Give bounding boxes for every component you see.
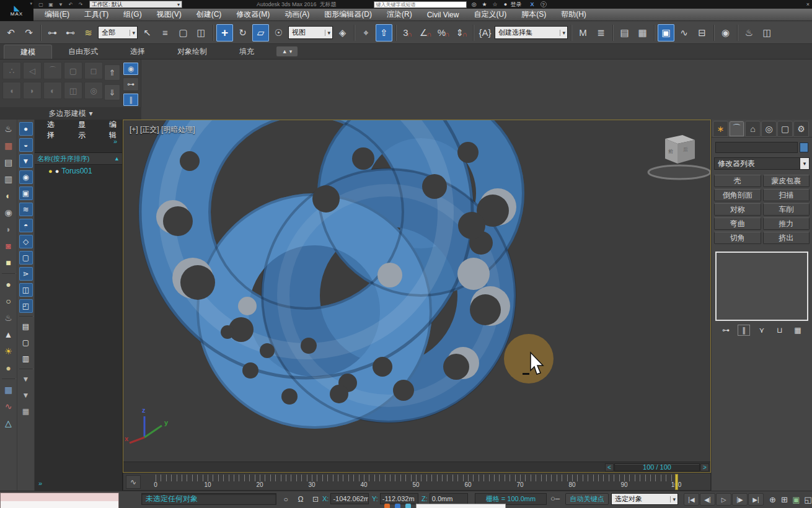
display-links-toggle[interactable]: ⋗ <box>19 267 33 281</box>
edit-named-selection-sets-icon[interactable]: {A} <box>477 24 493 42</box>
next-frame-button[interactable]: |▶ <box>732 493 748 506</box>
display-geometry-toggle[interactable]: ● <box>19 122 33 136</box>
scene-explorer-icon[interactable]: ▣ <box>658 24 674 42</box>
explorer-menu-display[interactable]: 显示 <box>71 124 93 136</box>
percent-snap-icon[interactable]: %∩ <box>435 24 452 42</box>
select-and-rotate-icon[interactable]: ↻ <box>234 24 251 42</box>
video-preview-icon[interactable]: ◙ <box>2 239 15 253</box>
display-cameras-toggle[interactable]: ◉ <box>19 170 33 184</box>
close-icon[interactable]: × <box>806 1 810 7</box>
create-tab-icon[interactable]: ∗ <box>713 121 728 137</box>
display-containers-toggle[interactable]: ◫ <box>19 283 33 297</box>
cream-sphere-icon[interactable]: ● <box>2 278 15 291</box>
select-and-scale-icon[interactable]: ▱ <box>252 24 269 42</box>
material-window-icon[interactable]: ▦ <box>2 139 15 152</box>
filter-icon[interactable]: ▼ <box>19 372 33 386</box>
window-controls[interactable]: × <box>806 1 810 7</box>
modifier-push-button[interactable]: 推力 <box>763 217 810 230</box>
mirror-icon[interactable]: M <box>575 24 591 42</box>
menu-civil-view[interactable]: Civil View <box>420 9 467 21</box>
modifier-symmetry-button[interactable]: 对称 <box>714 203 761 216</box>
rectangular-selection-region-icon[interactable]: ▢ <box>175 24 192 42</box>
selection-filter-dropdown[interactable]: 全部▾ <box>98 26 138 39</box>
play-button[interactable]: ▷ <box>716 493 731 506</box>
pin-stack-icon[interactable]: ⊶ <box>720 325 732 336</box>
display-frozen-toggle[interactable]: ▢ <box>19 251 33 265</box>
preview-toggle-icon[interactable]: ◉ <box>123 62 139 76</box>
border-mode-icon[interactable]: ⌒ <box>43 62 62 79</box>
select-and-link-icon[interactable]: ⊶ <box>44 24 61 42</box>
modifier-bevel-profile-button[interactable]: 倒角剖面 <box>714 189 761 201</box>
utilities-tab-icon[interactable]: ⚙ <box>793 121 809 137</box>
hierarchy-tab-icon[interactable]: ⌂ <box>745 121 761 137</box>
layer-manager-icon[interactable]: ▤ <box>616 24 633 42</box>
keyboard-shortcut-override-icon[interactable]: ⇧ <box>376 24 392 42</box>
signin-avatar-icon[interactable]: ● <box>502 1 510 8</box>
object-name-field[interactable] <box>715 142 798 153</box>
parameter-window-icon[interactable]: ▥ <box>2 172 15 186</box>
graphite-ribbon-toggle-icon[interactable]: ▦ <box>634 24 651 42</box>
track-bar[interactable]: ∿ 0102030405060708090100 <box>123 473 711 491</box>
workspace-dropdown[interactable]: 工作区: 默认 ▾ <box>89 1 182 8</box>
unlink-selection-icon[interactable]: ⊷ <box>62 24 79 42</box>
snaps-toggle-icon[interactable]: ⌖ <box>358 24 374 42</box>
configure-modifier-sets-icon[interactable]: ▦ <box>792 325 804 336</box>
set-keys-icon[interactable]: ○– <box>550 494 560 503</box>
menu-animation[interactable]: 动画(A) <box>277 9 317 21</box>
display-shapes-toggle[interactable]: ◒ <box>19 138 33 152</box>
element-mode-icon[interactable]: ◻ <box>84 62 103 79</box>
pin-stack-ribbon-icon[interactable]: ⊶ <box>123 77 139 91</box>
blank-view-icon[interactable]: ▢ <box>19 336 33 349</box>
align-icon[interactable]: ≣ <box>593 24 609 42</box>
display-helpers-toggle[interactable]: ▣ <box>19 186 33 200</box>
bind-to-space-warp-icon[interactable]: ≋ <box>80 24 97 42</box>
app-logo-button[interactable]: ◣ MAX ▾ <box>0 0 33 21</box>
modify-tab-icon[interactable]: ⌒ <box>729 121 744 137</box>
sun-icon[interactable]: ☀ <box>2 344 15 358</box>
object-color-swatch[interactable] <box>800 142 808 152</box>
menu-edit[interactable]: 编辑(E) <box>37 9 77 21</box>
visibility-bulb-icon[interactable]: ● <box>48 167 53 175</box>
material-editor-icon[interactable]: ◉ <box>717 24 734 42</box>
menu-customize[interactable]: 自定义(U) <box>466 9 514 21</box>
isolate-selection-icon[interactable]: ○ <box>280 493 291 505</box>
viewport-canvas[interactable]: 前 后 z y x <box>123 120 710 462</box>
ribbon-minimize-button[interactable]: ▲▾ <box>276 46 298 56</box>
tab-modeling[interactable]: 建模 <box>4 45 52 59</box>
snap-3d-icon[interactable]: 3∩ <box>399 24 416 42</box>
explorer-menu-edit[interactable]: 编辑 <box>102 124 124 136</box>
spinner-snap-icon[interactable]: ⇕∩ <box>453 24 470 42</box>
favorites-icon[interactable]: ☆ <box>492 1 499 8</box>
display-tab-icon[interactable]: ▢ <box>777 121 793 137</box>
wire-teapot-icon[interactable]: ♨ <box>2 311 15 325</box>
undo-icon[interactable]: ↶ <box>2 24 19 42</box>
tab-selection[interactable]: 选择 <box>114 45 161 59</box>
edge-mode-icon[interactable]: ◁ <box>23 62 42 79</box>
explorer-menu-select[interactable]: 选择 <box>40 124 62 136</box>
drag-element-icon[interactable]: ◐ <box>43 82 62 99</box>
show-end-result-ribbon-icon[interactable]: ∥ <box>123 93 139 107</box>
next-key-button[interactable]: > <box>700 463 709 471</box>
camera-icon[interactable]: ◉ <box>2 206 15 219</box>
time-slider[interactable]: < 100 / 100 > <box>123 462 710 472</box>
search-input[interactable] <box>374 1 467 8</box>
angle-snap-icon[interactable]: ∠∩ <box>417 24 434 42</box>
signin-label[interactable]: 登录 <box>511 1 522 9</box>
mini-curve-editor-button[interactable]: ∿ <box>126 475 141 489</box>
menu-group[interactable]: 组(G) <box>116 9 149 21</box>
advanced-filter-icon[interactable]: ▼ <box>19 388 33 402</box>
background-swatch-icon[interactable]: ■ <box>2 256 15 269</box>
tab-freeform[interactable]: 自由形式 <box>52 45 114 59</box>
collapse-stack-up-icon[interactable]: ⇑ <box>104 64 120 81</box>
menu-scripting[interactable]: 脚本(S) <box>514 9 554 21</box>
edit-poly-mode-icon[interactable]: ◫ <box>64 82 82 99</box>
curve-editor-icon[interactable]: ∿ <box>676 24 692 42</box>
schematic-view-icon[interactable]: ⊟ <box>694 24 710 42</box>
drag-edge-icon[interactable]: ◗ <box>23 82 42 99</box>
select-and-manipulate-icon[interactable]: ☉ <box>270 24 287 42</box>
previous-frame-button[interactable]: ◀| <box>700 493 715 506</box>
help-icon[interactable]: ? <box>541 1 547 7</box>
maxscript-mini-listener[interactable] <box>0 493 119 508</box>
layer-list-window-icon[interactable]: ▤ <box>2 155 15 169</box>
drag-face-icon[interactable]: ◖ <box>2 82 21 99</box>
